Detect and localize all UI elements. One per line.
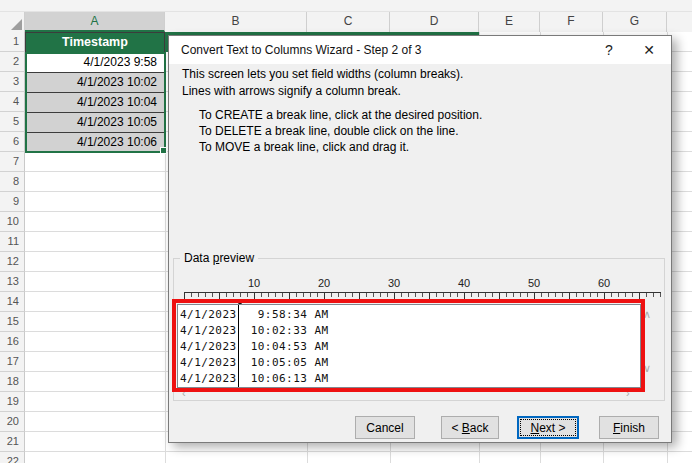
select-all-triangle-icon <box>11 19 22 30</box>
formula-bar-strip <box>0 0 692 12</box>
text-to-columns-wizard-dialog: Convert Text to Columns Wizard - Step 2 … <box>168 35 672 443</box>
data-preview-label: Data preview <box>180 251 258 265</box>
column-header-f[interactable]: F <box>540 12 603 32</box>
column-header-e[interactable]: E <box>479 12 540 32</box>
row-header-6[interactable]: 6 <box>0 132 25 152</box>
row-header-18[interactable]: 18 <box>0 372 25 392</box>
cell-a1-timestamp-header[interactable]: Timestamp <box>26 33 164 53</box>
dialog-title: Convert Text to Columns Wizard - Step 2 … <box>169 43 591 57</box>
help-icon[interactable]: ? <box>591 36 627 64</box>
ruler-number-40: 40 <box>452 277 476 289</box>
cancel-button[interactable]: Cancel <box>355 416 415 439</box>
instruction-create: To CREATE a break line, click at the des… <box>199 107 482 123</box>
row-header-11[interactable]: 11 <box>0 232 25 252</box>
row-header-5[interactable]: 5 <box>0 112 25 132</box>
gridline-a-b <box>165 32 166 463</box>
intro-text: This screen lets you set field widths (c… <box>182 66 463 100</box>
ruler[interactable] <box>184 292 661 301</box>
close-icon[interactable]: ✕ <box>627 36 671 64</box>
column-header-a[interactable]: A <box>25 12 165 32</box>
row-header-20[interactable]: 20 <box>0 412 25 432</box>
row-header-4[interactable]: 4 <box>0 92 25 112</box>
finish-button[interactable]: Finish <box>599 416 659 439</box>
row-header-1[interactable]: 1 <box>0 32 25 52</box>
row-header-3[interactable]: 3 <box>0 72 25 92</box>
row-header-19[interactable]: 19 <box>0 392 25 412</box>
row-header-22[interactable]: 22 <box>0 452 25 463</box>
ruler-number-30: 30 <box>382 277 406 289</box>
scroll-right-icon[interactable]: › <box>626 388 630 398</box>
cell-a6[interactable]: 4/1/2023 10:06 <box>26 133 164 153</box>
fill-handle[interactable] <box>160 147 167 154</box>
cell-a3[interactable]: 4/1/2023 10:02 <box>26 73 164 93</box>
column-header-row: A B C D E F G <box>0 12 692 32</box>
back-button[interactable]: < Back <box>441 416 499 439</box>
cell-a5[interactable]: 4/1/2023 10:05 <box>26 113 164 133</box>
column-header-b[interactable]: B <box>165 12 307 32</box>
back-button-accel: B <box>462 421 470 435</box>
cell-a2[interactable]: 4/1/2023 9:58 <box>26 53 164 73</box>
row-header-13[interactable]: 13 <box>0 272 25 292</box>
row-header-16[interactable]: 16 <box>0 332 25 352</box>
row-header-10[interactable]: 10 <box>0 212 25 232</box>
ruler-number-10: 10 <box>242 277 266 289</box>
dialog-titlebar[interactable]: Convert Text to Columns Wizard - Step 2 … <box>169 36 671 64</box>
select-all-button[interactable] <box>0 12 25 32</box>
next-button[interactable]: Next > <box>517 416 579 439</box>
row-header-7[interactable]: 7 <box>0 152 25 172</box>
data-preview-label-pre: Data <box>184 251 213 265</box>
row-header-column: 1 2 3 4 5 6 7 8 9 10 11 12 13 14 15 16 1… <box>0 32 25 463</box>
scroll-down-icon[interactable]: ∨ <box>643 363 651 373</box>
intro-line-1: This screen lets you set field widths (c… <box>182 66 463 83</box>
back-button-post: ack <box>470 421 489 435</box>
column-header-partial <box>667 12 692 32</box>
preview-rows: 4/1/2023 9:58:34 AM 4/1/2023 10:02:33 AM… <box>178 305 640 387</box>
column-header-c[interactable]: C <box>307 12 390 32</box>
row-header-15[interactable]: 15 <box>0 312 25 332</box>
preview-row-1: 4/1/2023 9:58:34 AM <box>178 307 640 323</box>
preview-row-4: 4/1/2023 10:05:05 AM <box>178 355 640 371</box>
row-header-14[interactable]: 14 <box>0 292 25 312</box>
column-header-g[interactable]: G <box>603 12 667 32</box>
cell-a4[interactable]: 4/1/2023 10:04 <box>26 93 164 113</box>
row-header-2[interactable]: 2 <box>0 52 25 72</box>
row-header-8[interactable]: 8 <box>0 172 25 192</box>
preview-row-5: 4/1/2023 10:06:13 AM <box>178 371 640 387</box>
scroll-up-icon[interactable]: ∧ <box>643 309 651 319</box>
instruction-text: To CREATE a break line, click at the des… <box>199 107 482 155</box>
instruction-delete: To DELETE a break line, double click on … <box>199 123 482 139</box>
next-button-accel: N <box>530 421 539 435</box>
row-header-9[interactable]: 9 <box>0 192 25 212</box>
ruler-number-20: 20 <box>312 277 336 289</box>
row-header-21[interactable]: 21 <box>0 432 25 452</box>
back-button-pre: < <box>451 421 461 435</box>
data-preview-pane[interactable]: 4/1/2023 9:58:34 AM 4/1/2023 10:02:33 AM… <box>177 304 641 388</box>
data-preview-group: Data preview 10 20 30 40 50 60 4/1/2023 … <box>173 258 665 401</box>
column-header-d[interactable]: D <box>390 12 479 32</box>
data-preview-label-post: review <box>219 251 254 265</box>
preview-row-3: 4/1/2023 10:04:53 AM <box>178 339 640 355</box>
row-header-17[interactable]: 17 <box>0 352 25 372</box>
intro-line-2: Lines with arrows signify a column break… <box>182 83 463 100</box>
column-a-data: Timestamp 4/1/2023 9:58 4/1/2023 10:02 4… <box>25 32 165 153</box>
instruction-move: To MOVE a break line, click and drag it. <box>199 139 482 155</box>
scroll-left-icon[interactable]: ‹ <box>182 388 186 398</box>
ruler-number-60: 60 <box>592 277 616 289</box>
preview-row-2: 4/1/2023 10:02:33 AM <box>178 323 640 339</box>
next-button-post: ext > <box>539 421 565 435</box>
column-break-line[interactable] <box>238 305 239 387</box>
ruler-number-50: 50 <box>522 277 546 289</box>
row-header-12[interactable]: 12 <box>0 252 25 272</box>
finish-button-post: inish <box>620 421 645 435</box>
